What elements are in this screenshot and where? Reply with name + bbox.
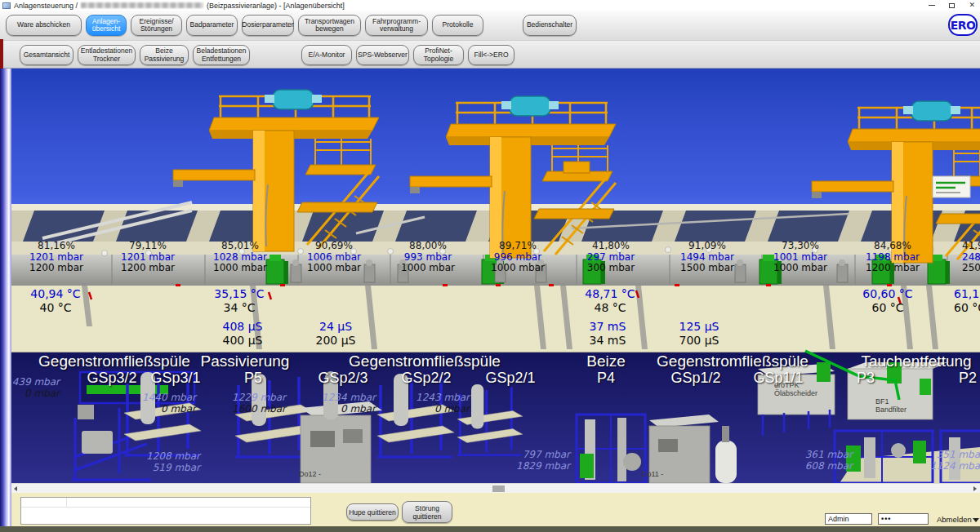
bath-readings: 60,60 °C 60 °C — [843, 287, 933, 315]
equipment-pressure-readings: 351 mbar 1124 mbar — [894, 450, 980, 472]
toolbar-button-label: Badparameter — [190, 21, 234, 29]
toolbar-button[interactable]: Badparameter — [186, 15, 238, 36]
tank-readings: 91,09% 1494 mbar 1500 mbar — [662, 241, 752, 274]
toolbar-button[interactable]: Ware abschicken — [6, 15, 82, 36]
scroll-right-icon[interactable] — [973, 486, 977, 491]
view-button[interactable]: Fill<->ERO — [468, 45, 514, 65]
equipment-label: Do12 - — [299, 470, 321, 478]
alarm-list-header — [21, 498, 310, 508]
equipment-pressure-readings: 1234 mbar 0 mbar — [286, 392, 376, 415]
toolbar-button[interactable]: Fahrprogramm- verwaltung — [365, 15, 428, 36]
equipment-pressure-readings: 1440 mbar 0 mbar — [106, 392, 196, 415]
main-tool-bar: Ware abschickenAnlagen- übersichtEreigni… — [0, 11, 980, 41]
plant-3d-view[interactable]: 81,16% 1201 mbar 1200 mbar 79,11% 1201 m… — [0, 0, 980, 483]
window-bottom-edge — [0, 526, 980, 532]
viewport-edge-wall-lower — [0, 483, 11, 526]
view-button-label: E/A-Monitor — [309, 51, 345, 60]
equipment-pressure-readings: 797 mbar 1829 mbar — [480, 450, 570, 472]
bath-readings: 48,71 °C 48 °C — [565, 287, 655, 315]
view-tool-bar: GesamtansichtEntladestationen TrocknerBe… — [0, 41, 980, 69]
toolbar-button[interactable]: Dosierparameter — [242, 15, 294, 36]
station-unit-label: P3 — [825, 370, 906, 387]
bath-readings: 35,15 °C 34 °C — [194, 287, 284, 315]
view-button[interactable]: Beize Passivierung — [140, 45, 189, 65]
toolbar-button-label: Dosierparameter — [242, 21, 293, 29]
logout-dropdown-icon[interactable] — [973, 518, 979, 522]
crane-sign — [933, 176, 970, 197]
station-name: Passivierung — [163, 352, 327, 370]
window-title: Anlagensteuerung / (Beizpassivieranlage)… — [14, 2, 345, 10]
station-unit-label: P2 — [927, 370, 980, 387]
station-unit-label: GSp2/3 — [302, 370, 384, 387]
toolbar-button[interactable]: Ereignisse/ Störungen — [131, 15, 182, 36]
window-title-bar: Anlagensteuerung / (Beizpassivieranlage)… — [0, 0, 980, 11]
tank-readings: 84,68% 1198 mbar 1200 mbar — [848, 241, 938, 274]
scrollbar-thumb[interactable] — [492, 485, 505, 492]
username-field[interactable] — [825, 513, 872, 525]
toolbar-button[interactable]: Transportwagen bewegen — [298, 15, 361, 36]
toolbar-button[interactable]: Bedienschalter — [523, 15, 577, 36]
tank-readings: 41,9 248 mbar 250 mbar — [962, 241, 980, 274]
equipment-label: eroTPK Ölabscheider — [774, 381, 817, 397]
station-unit-label: P5 — [212, 370, 294, 387]
bath-readings: 37 mS 34 mS — [563, 320, 653, 348]
view-button[interactable]: ProfiNet- Topologie — [413, 45, 464, 65]
station-unit-label: GSp3/1 — [135, 370, 216, 387]
station-name: Gegenstromfließspüle — [343, 352, 506, 370]
toolbar-button-label: Protokolle — [443, 21, 474, 29]
acknowledge-fault-button[interactable]: Störung quittieren — [402, 501, 452, 523]
view-button[interactable]: SPS-Webserver — [356, 45, 409, 65]
scroll-left-icon[interactable] — [14, 486, 17, 491]
station-name: Tauchentfettung — [835, 352, 980, 370]
bath-readings: 61,18 °C 60 °C — [954, 287, 980, 315]
password-field[interactable] — [878, 513, 929, 525]
bath-readings: 40,94 °C 40 °C — [11, 287, 100, 315]
edge-accent — [0, 39, 3, 69]
tank-readings: 89,71% 996 mbar 1000 mbar — [473, 241, 563, 274]
bath-readings: 125 µS 700 µS — [654, 320, 744, 348]
logout-button[interactable]: Abmelden — [937, 515, 972, 524]
view-button-label: Fill<->ERO — [474, 51, 508, 60]
status-panel: Hupe quittieren Störung quittieren Abmel… — [0, 493, 980, 526]
tank-readings: 73,30% 1001 mbar 1000 mbar — [755, 241, 845, 274]
view-button-label: Gesamtansicht — [24, 51, 70, 60]
equipment-label: Do11 - — [642, 470, 663, 478]
view-button-label: Beladestationen Entfettungen — [197, 47, 247, 63]
toolbar-button-label: Fahrprogramm- verwaltung — [372, 18, 421, 33]
minimize-icon[interactable] — [929, 5, 935, 7]
tank-readings: 41,80% 297 mbar 300 mbar — [566, 241, 656, 274]
view-button[interactable]: Gesamtansicht — [20, 45, 74, 65]
view-button[interactable]: Beladestationen Entfettungen — [193, 45, 250, 65]
viewport-edge-wall — [0, 69, 11, 483]
toolbar-button[interactable]: Protokolle — [432, 15, 483, 36]
horizontal-scrollbar[interactable] — [0, 483, 980, 493]
toolbar-button-label: Ware abschicken — [17, 21, 70, 29]
close-icon[interactable]: ✕ — [969, 2, 975, 9]
toolbar-button[interactable]: Anlagen- übersicht — [86, 15, 127, 36]
acknowledge-horn-button[interactable]: Hupe quittieren — [346, 503, 399, 521]
view-button-label: Entladestationen Trockner — [81, 47, 132, 63]
view-button-label: Beize Passivierung — [145, 47, 185, 63]
station-unit-label: GSp2/2 — [385, 370, 467, 387]
equipment-pressure-readings: 1208 mbar 519 mbar — [110, 451, 200, 473]
station-unit-label: GSp1/2 — [655, 370, 737, 387]
toolbar-button-label: Transportwagen bewegen — [305, 18, 354, 33]
bath-readings: 24 µS 200 µS — [291, 320, 381, 348]
alarm-list[interactable] — [20, 497, 311, 525]
view-button-label: ProfiNet- Topologie — [424, 47, 453, 63]
view-button-label: SPS-Webserver — [358, 51, 408, 60]
tank-readings: 90,69% 1006 mbar 1000 mbar — [289, 241, 379, 274]
tank-readings: 88,00% 993 mbar 1000 mbar — [383, 241, 473, 274]
view-button[interactable]: E/A-Monitor — [301, 45, 352, 65]
tank-readings: 79,11% 1201 mbar 1200 mbar — [103, 241, 193, 274]
toolbar-button-label: Anlagen- übersicht — [92, 18, 121, 33]
app-icon — [2, 2, 11, 9]
maximize-icon[interactable] — [949, 3, 955, 8]
equipment-pressure-readings: 1243 mbar 0 mbar — [380, 392, 470, 415]
tank-readings: 81,16% 1201 mbar 1200 mbar — [11, 241, 101, 274]
station-unit-label: GSp2/1 — [470, 370, 551, 387]
view-button[interactable]: Entladestationen Trockner — [78, 45, 136, 65]
equipment-label: BF1 Bandfilter — [875, 397, 906, 414]
redacted-plant-name — [81, 2, 203, 8]
tank-readings: 85,01% 1028 mbar 1000 mbar — [195, 241, 285, 274]
